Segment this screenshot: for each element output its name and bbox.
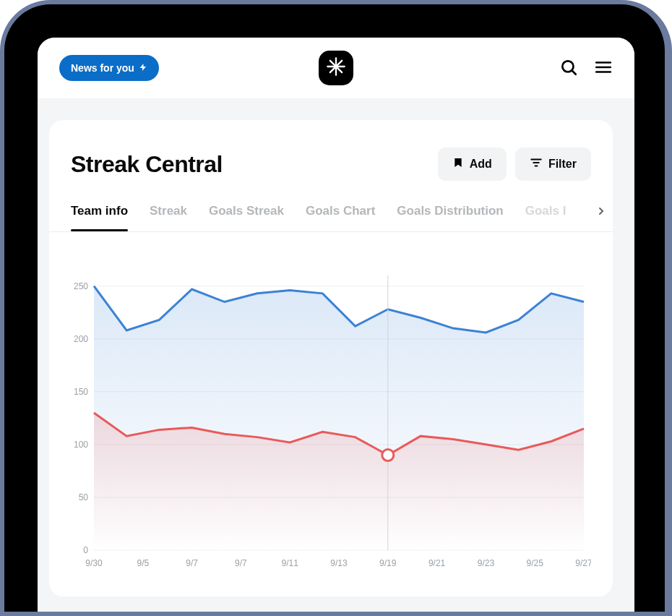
tab-team-info[interactable]: Team info [71,204,128,231]
y-tick-label: 200 [74,334,88,344]
hamburger-icon [594,58,613,79]
filter-button[interactable]: Filter [515,147,591,181]
x-tick-label: 9/25 [527,558,544,568]
main-card: Streak Central Add [49,120,613,596]
x-tick-label: 9/11 [282,558,299,568]
x-tick-label: 9/13 [330,558,348,568]
filter-icon [530,156,543,172]
tablet-camera [666,453,672,467]
y-tick-label: 50 [79,492,89,502]
x-tick-label: 9/5 [137,558,149,568]
app-logo[interactable] [319,51,353,85]
x-tick-label: 9/27 [575,558,591,568]
news-label: News for you [71,62,134,74]
y-tick-label: 0 [83,545,88,555]
header-actions [559,58,613,79]
tab-goals-streak[interactable]: Goals Streak [209,204,284,231]
search-button[interactable] [559,58,578,79]
y-tick-label: 100 [74,440,88,450]
add-label: Add [470,158,492,171]
x-tick-label: 9/7 [235,558,247,568]
y-tick-label: 150 [74,387,88,397]
x-tick-label: 9/19 [379,558,397,568]
bolt-icon [139,62,147,74]
app-header: News for you [38,38,634,98]
tablet-screen: News for you [38,38,634,612]
bookmark-icon [452,157,464,171]
news-for-you-button[interactable]: News for you [59,55,159,81]
chart-area: 0501001502002509/309/59/79/79/119/139/19… [49,232,613,596]
x-tick-label: 9/23 [478,558,495,568]
line-chart[interactable]: 0501001502002509/309/59/79/79/119/139/19… [64,268,591,572]
add-button[interactable]: Add [438,147,507,181]
tab-streak[interactable]: Streak [150,204,187,231]
tab-goals-chart[interactable]: Goals Chart [306,204,375,231]
tab-goals-partial[interactable]: Goals I [525,204,567,231]
x-tick-label: 9/21 [428,558,446,568]
tablet-bezel: News for you [9,9,663,612]
card-header: Streak Central Add [49,147,613,181]
tab-goals-distribution[interactable]: Goals Distribution [397,204,503,231]
page-title: Streak Central [71,151,223,178]
x-tick-label: 9/7 [186,558,198,568]
tablet-frame: News for you [0,0,672,616]
x-tick-label: 9/30 [85,558,103,568]
y-tick-label: 250 [74,281,88,291]
svg-line-5 [572,70,576,74]
menu-button[interactable] [594,58,613,79]
search-icon [559,58,578,79]
card-actions: Add Filter [438,147,591,181]
tab-bar: Team info Streak Goals Streak Goals Char… [49,204,613,232]
asterisk-icon [326,56,346,80]
chevron-right-icon[interactable] [595,205,607,220]
chart-cursor-point [382,449,394,461]
filter-label: Filter [548,158,577,171]
